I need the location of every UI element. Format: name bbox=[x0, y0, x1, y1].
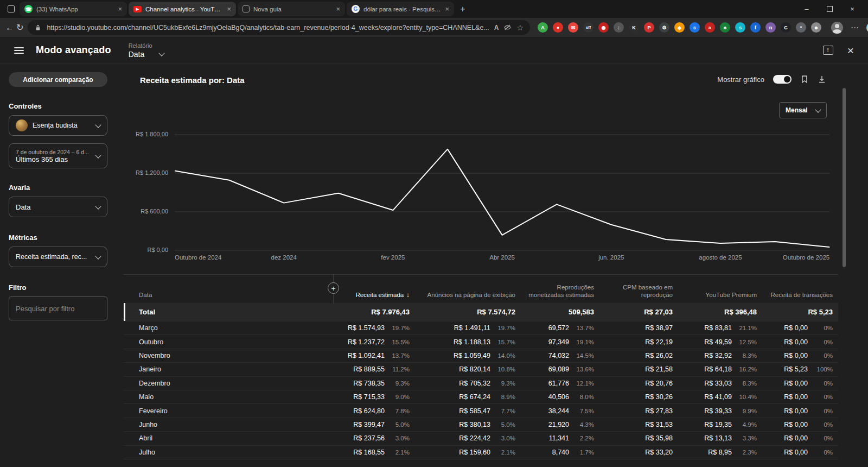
tab-close-icon[interactable]: × bbox=[445, 5, 449, 13]
table-row[interactable]: FevereiroR$ 624,807.8%R$ 585,477.7%38,24… bbox=[124, 404, 838, 418]
download-icon[interactable] bbox=[818, 75, 826, 84]
tab-close-icon[interactable]: × bbox=[118, 5, 122, 13]
table-cell: R$ 0,000% bbox=[762, 380, 838, 387]
table-row[interactable]: JulhoR$ 168,552.1%R$ 159,602.1%8,7401.7%… bbox=[124, 446, 838, 459]
table-cell: R$ 33,20 bbox=[599, 449, 678, 456]
table-total-row[interactable]: TotalR$ 7.976,43R$ 7.574,72509,583R$ 27,… bbox=[124, 303, 838, 321]
add-comparison-button[interactable]: Adicionar comparação bbox=[9, 72, 107, 87]
sparkle-extension-icon[interactable]: * bbox=[796, 22, 806, 33]
column-header-an-ncios-na-p-gina-de-exibi-o[interactable]: Anúncios na página de exibição bbox=[415, 275, 521, 303]
back-icon[interactable]: ← bbox=[5, 20, 14, 35]
off-badge-extension-icon[interactable]: off bbox=[583, 22, 593, 33]
tampermonkey-extension-icon[interactable]: : bbox=[614, 22, 624, 33]
refresh-icon[interactable]: ↻ bbox=[16, 20, 23, 35]
show-chart-toggle[interactable] bbox=[773, 75, 792, 84]
cell-percentage: 7.7% bbox=[490, 408, 515, 414]
new-tab-button[interactable]: + bbox=[456, 2, 470, 16]
c-bracket-extension-icon[interactable]: C bbox=[781, 22, 791, 33]
cell-percentage: 3.0% bbox=[490, 435, 515, 441]
channel-selector[interactable]: Esența budistă bbox=[9, 115, 107, 136]
granularity-selector[interactable]: Mensal bbox=[779, 102, 827, 118]
table-cell: 74,03214.5% bbox=[521, 352, 599, 359]
table-cell: R$ 715,339.0% bbox=[333, 393, 415, 401]
table-row[interactable]: NovembroR$ 1.092,4113.7%R$ 1.059,4914.0%… bbox=[124, 349, 838, 363]
x-axis-tick-label: fev 2025 bbox=[381, 254, 405, 261]
close-icon[interactable]: × bbox=[847, 45, 854, 56]
window-minimize-button[interactable]: – bbox=[795, 1, 818, 17]
y-axis-tick-label: R$ 0,00 bbox=[124, 247, 168, 253]
column-header-reprodu-es-monetizadas-estimadas[interactable]: Reproduções monetizadas estimadas bbox=[521, 275, 599, 303]
browser-tab[interactable]: Nova guia× bbox=[238, 2, 345, 16]
revenue-chart-area[interactable]: R$ 1.800,00R$ 1.200,00R$ 600,00R$ 0,00Ou… bbox=[124, 130, 838, 269]
purple-extension-icon[interactable]: n bbox=[765, 22, 776, 33]
bookmark-icon[interactable] bbox=[800, 75, 809, 84]
k-extension-icon[interactable]: K bbox=[629, 22, 639, 33]
mail-extension-icon[interactable]: ✉ bbox=[568, 22, 578, 33]
scrollbar-thumb[interactable] bbox=[843, 88, 846, 267]
table-row[interactable]: AbrilR$ 237,563.0%R$ 224,423.0%11,3412.2… bbox=[124, 432, 838, 445]
gear-extension-icon[interactable]: ⚙ bbox=[659, 22, 669, 33]
report-selector[interactable]: Relatório Data bbox=[129, 42, 164, 59]
table-row[interactable]: DezembroR$ 738,359.3%R$ 705,329.3%61,776… bbox=[124, 377, 838, 390]
metrics-selector[interactable]: Receita estimada, rec... bbox=[9, 247, 107, 267]
menu-icon[interactable] bbox=[14, 46, 24, 55]
lock-icon[interactable] bbox=[34, 24, 42, 31]
cell-percentage: 0% bbox=[808, 449, 833, 456]
cell-percentage: 11.2% bbox=[385, 366, 410, 373]
cell-value: R$ 19,35 bbox=[704, 421, 732, 428]
table-row[interactable]: JaneiroR$ 889,5511.2%R$ 820,1410.8%69,08… bbox=[124, 363, 838, 376]
column-header-label: Receita estimada bbox=[355, 291, 404, 299]
breakdown-selector[interactable]: Data bbox=[9, 197, 107, 217]
browser-tab[interactable]: ☎(33) WhatsApp× bbox=[20, 2, 127, 16]
window-close-button[interactable]: × bbox=[841, 1, 864, 17]
tab-layout-icon[interactable] bbox=[4, 3, 17, 16]
cell-percentage: 10.8% bbox=[490, 366, 515, 373]
red-circle-extension-icon[interactable]: ◉ bbox=[598, 22, 609, 33]
show-chart-label: Mostrar gráfico bbox=[717, 75, 764, 84]
cell-value: R$ 1.092,41 bbox=[348, 352, 385, 359]
cell-percentage: 8.9% bbox=[490, 394, 515, 400]
sort-descending-icon[interactable]: ↓ bbox=[406, 291, 410, 299]
address-bar[interactable]: https://studio.youtube.com/channel/UC5uk… bbox=[28, 20, 530, 35]
page-scrollbar[interactable] bbox=[842, 64, 846, 467]
recorder-extension-icon[interactable]: ● bbox=[553, 22, 563, 33]
add-column-button[interactable]: + bbox=[328, 282, 339, 294]
favorite-star-icon[interactable]: ☆ bbox=[516, 23, 524, 32]
row-label: Dezembro bbox=[124, 380, 333, 387]
adguard-extension-icon[interactable]: A bbox=[538, 22, 548, 33]
browser-tab[interactable]: ▶Channel analytics - YouTube Studio× bbox=[129, 2, 236, 16]
table-row[interactable]: MaioR$ 715,339.0%R$ 674,248.9%40,5068.0%… bbox=[124, 390, 838, 404]
date-range-selector[interactable]: 7 de outubro de 2024 – 6 d... Últimos 36… bbox=[9, 143, 107, 168]
p-red-extension-icon[interactable]: P bbox=[644, 22, 654, 33]
browser-profile-avatar[interactable] bbox=[831, 22, 843, 34]
diamond-extension-icon[interactable]: ◆ bbox=[674, 22, 685, 33]
tab-close-icon[interactable]: × bbox=[227, 5, 231, 13]
plant-extension-icon[interactable]: ♣ bbox=[720, 22, 730, 33]
cell-percentage: 9.9% bbox=[732, 408, 757, 414]
blue-c-extension-icon[interactable]: c bbox=[690, 22, 700, 33]
browser-menu-icon[interactable]: ⋯ bbox=[851, 23, 859, 33]
table-cell: R$ 8,952.3% bbox=[678, 449, 762, 456]
column-header-cpm-baseado-em-reprodu-o[interactable]: CPM baseado em reprodução bbox=[599, 275, 678, 303]
teal-extension-icon[interactable]: s bbox=[735, 22, 745, 33]
window-maximize-button[interactable] bbox=[818, 1, 841, 17]
blue-extension-icon[interactable]: f bbox=[750, 22, 761, 33]
filter-input[interactable] bbox=[9, 296, 107, 320]
tab-close-icon[interactable]: × bbox=[336, 5, 340, 13]
reading-mode-eye-icon[interactable] bbox=[503, 23, 512, 31]
column-header-receita-de-transa-es[interactable]: Receita de transações bbox=[762, 275, 838, 303]
column-header-youtube-premium[interactable]: YouTube Premium bbox=[678, 275, 762, 303]
table-row[interactable]: OutubroR$ 1.237,7215.5%R$ 1.188,1315.7%9… bbox=[124, 335, 838, 349]
column-header-data[interactable]: Data bbox=[124, 275, 333, 303]
column-header-receita-estimada[interactable]: Receita estimada↓ bbox=[333, 275, 415, 303]
table-row[interactable]: JunhoR$ 399,475.0%R$ 380,135.0%21,9204.3… bbox=[124, 418, 838, 432]
flag-extension-icon[interactable]: ≈ bbox=[705, 22, 715, 33]
report-title: Receita estimada por: Data bbox=[140, 75, 245, 85]
cell-value: R$ 33,03 bbox=[704, 380, 732, 387]
feedback-icon[interactable]: ! bbox=[823, 46, 833, 55]
youtube-favicon-icon: ▶ bbox=[133, 6, 142, 12]
table-row[interactable]: MarçoR$ 1.574,9319.7%R$ 1.491,1119.7%69,… bbox=[124, 321, 838, 335]
translate-icon[interactable]: A bbox=[494, 24, 499, 31]
avatar-extension-icon[interactable]: ☻ bbox=[811, 22, 821, 33]
browser-tab[interactable]: Gdólar para reais - Pesquisa Google× bbox=[347, 2, 454, 16]
